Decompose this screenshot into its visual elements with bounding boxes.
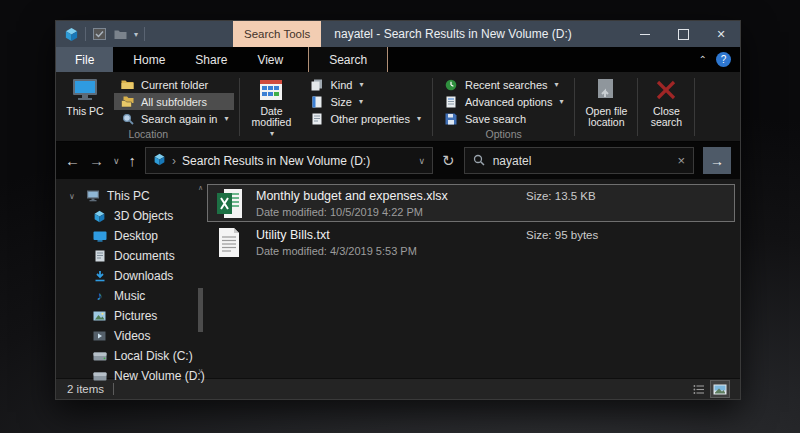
sidebar-item-desktop[interactable]: Desktop xyxy=(56,226,206,246)
scroll-down-icon[interactable] xyxy=(198,367,203,375)
file-date-modified: Date modified: 4/3/2019 5:53 PM xyxy=(256,245,417,257)
open-file-location-button[interactable]: Open file location xyxy=(577,73,635,128)
save-search-button[interactable]: Save search xyxy=(438,110,569,127)
clear-search-icon[interactable] xyxy=(677,153,685,168)
tab-search[interactable]: Search xyxy=(308,47,388,72)
new-folder-icon[interactable] xyxy=(113,27,128,41)
this-pc-label: This PC xyxy=(66,106,103,117)
collapse-ribbon-icon[interactable]: ⌃ xyxy=(699,54,707,65)
sidebar-item-downloads[interactable]: Downloads xyxy=(56,266,206,286)
sidebar-item-label: Pictures xyxy=(114,309,157,323)
search-input[interactable] xyxy=(493,154,670,168)
other-properties-button[interactable]: Other properties xyxy=(303,110,427,127)
all-subfolders-button[interactable]: All subfolders xyxy=(114,93,234,110)
advanced-options-label: Advanced options xyxy=(465,96,552,108)
scroll-up-icon[interactable] xyxy=(198,184,203,192)
sidebar-item-this-pc[interactable]: This PC xyxy=(56,186,206,206)
sidebar-item-label: Downloads xyxy=(114,269,173,283)
video-icon xyxy=(92,330,107,343)
sidebar-item-label: Documents xyxy=(114,249,175,263)
tab-file[interactable]: File xyxy=(56,47,113,72)
recent-searches-label: Recent searches xyxy=(465,79,548,91)
sidebar-item-pictures[interactable]: Pictures xyxy=(56,306,206,326)
drive-icon xyxy=(92,370,107,383)
advanced-options-button[interactable]: Advanced options xyxy=(438,93,569,110)
documents-stack-icon xyxy=(309,78,324,91)
toolbar-separator xyxy=(85,27,86,41)
this-pc-button[interactable]: This PC xyxy=(59,73,111,117)
close-search-label: Close search xyxy=(640,106,692,128)
forward-arrow-icon[interactable] xyxy=(89,153,104,168)
options-buttons: Recent searches Advanced options xyxy=(435,73,572,127)
address-dropdown-icon[interactable] xyxy=(419,156,426,166)
close-button[interactable] xyxy=(702,21,740,47)
sidebar-item-videos[interactable]: Videos xyxy=(56,326,206,346)
file-size: Size: 13.5 KB xyxy=(526,190,596,202)
document-icon xyxy=(92,250,107,263)
folder-icon xyxy=(120,78,135,91)
contextual-tab-search-tools[interactable]: Search Tools xyxy=(233,21,321,47)
search-magnifier-icon xyxy=(473,152,485,170)
cube-icon xyxy=(92,210,107,223)
refresh-icon[interactable] xyxy=(442,152,455,170)
current-folder-button[interactable]: Current folder xyxy=(114,76,234,93)
search-again-in-button[interactable]: Search again in xyxy=(114,110,234,127)
file-row-txt[interactable]: Utility Bills.txt Date modified: 4/3/201… xyxy=(207,223,735,261)
expand-chevron-icon[interactable] xyxy=(69,192,78,201)
toolbar-separator xyxy=(144,27,145,41)
all-subfolders-label: All subfolders xyxy=(141,96,207,108)
details-view-button[interactable] xyxy=(690,381,708,397)
scrollbar-thumb[interactable] xyxy=(198,288,203,332)
file-name: Utility Bills.txt xyxy=(256,228,417,242)
go-search-button[interactable] xyxy=(703,147,731,174)
group-separator xyxy=(432,78,433,136)
sidebar-item-new-volume-d[interactable]: New Volume (D:) xyxy=(56,366,206,386)
sidebar-item-label: Videos xyxy=(114,329,150,343)
help-icon[interactable] xyxy=(716,52,731,67)
quick-access-toolbar: ▾ xyxy=(56,27,145,41)
text-file-icon xyxy=(217,227,243,258)
breadcrumb[interactable]: Search Results in New Volume (D:) xyxy=(182,154,370,168)
size-button[interactable]: Size xyxy=(303,93,427,110)
thumbnail-view-button[interactable] xyxy=(711,381,729,397)
excel-file-icon xyxy=(217,188,243,219)
location-options: Current folder All subfolders Search aga… xyxy=(111,73,237,127)
computer-icon xyxy=(85,190,100,203)
group-separator xyxy=(694,78,695,136)
group-separator xyxy=(239,78,240,136)
sidebar-item-music[interactable]: ♪ Music xyxy=(56,286,206,306)
file-name: Monthly budget and expenses.xlsx xyxy=(256,189,448,203)
tab-share[interactable]: Share xyxy=(180,47,242,72)
file-date-modified: Date modified: 10/5/2019 4:22 PM xyxy=(256,206,448,218)
properties-icon[interactable] xyxy=(92,27,107,41)
close-search-group: Close search xyxy=(640,73,692,141)
sidebar-scrollbar[interactable] xyxy=(196,184,205,375)
back-arrow-icon[interactable] xyxy=(65,153,80,168)
up-arrow-icon[interactable] xyxy=(129,153,137,168)
kind-label: Kind xyxy=(330,79,352,91)
sidebar-item-documents[interactable]: Documents xyxy=(56,246,206,266)
customize-quick-access-icon[interactable]: ▾ xyxy=(134,30,138,39)
recent-searches-button[interactable]: Recent searches xyxy=(438,76,569,93)
clock-icon xyxy=(444,78,459,91)
search-box[interactable] xyxy=(464,147,694,174)
document-size-icon xyxy=(309,95,324,108)
address-bar[interactable]: Search Results in New Volume (D:) xyxy=(145,147,433,174)
maximize-button[interactable] xyxy=(664,21,702,47)
dropdown-caret-icon xyxy=(555,80,559,89)
calendar-icon xyxy=(259,77,283,103)
title-bar: ▾ Search Tools nayatel - Search Results … xyxy=(56,21,740,47)
date-modified-button[interactable]: Date modified xyxy=(242,73,300,139)
sidebar-item-label: New Volume (D:) xyxy=(114,369,205,383)
minimize-button[interactable] xyxy=(626,21,664,47)
tab-view[interactable]: View xyxy=(242,47,298,72)
file-row-xlsx[interactable]: Monthly budget and expenses.xlsx Date mo… xyxy=(207,184,735,222)
sidebar-item-label: 3D Objects xyxy=(114,209,173,223)
tab-home[interactable]: Home xyxy=(118,47,180,72)
kind-button[interactable]: Kind xyxy=(303,76,427,93)
breadcrumb-chevron-icon xyxy=(172,154,176,168)
sidebar-item-3d-objects[interactable]: 3D Objects xyxy=(56,206,206,226)
close-search-button[interactable]: Close search xyxy=(640,73,692,128)
recent-locations-chevron-icon[interactable] xyxy=(113,156,120,166)
sidebar-item-local-disk-c[interactable]: Local Disk (C:) xyxy=(56,346,206,366)
